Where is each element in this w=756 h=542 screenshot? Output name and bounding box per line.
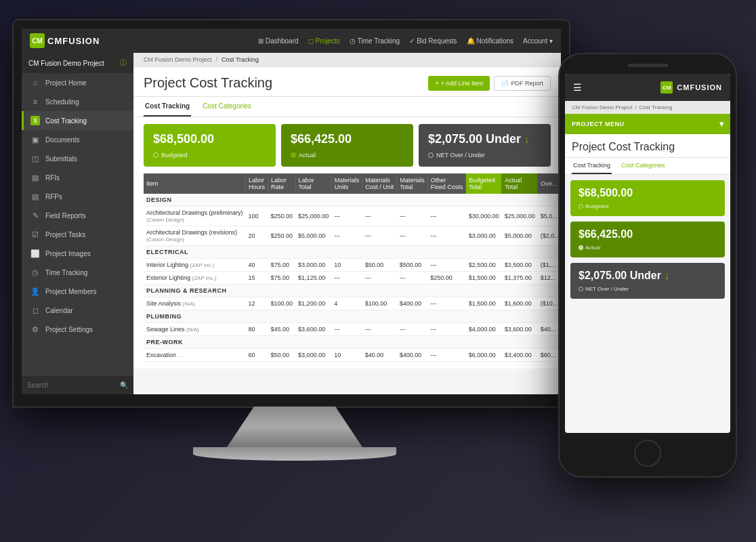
sidebar-item-time-tracking[interactable]: ◷ Time Tracking [22,263,133,282]
plus-icon: + [435,80,438,87]
pdf-icon: 📄 [501,80,509,87]
search-input[interactable] [27,381,120,389]
phone-breadcrumb-current: Cost Tracking [639,104,673,110]
budgeted-dot [153,152,159,158]
sidebar-item-rfis[interactable]: ▤ RFIs [22,168,133,187]
sidebar-item-scheduling[interactable]: ≡ Scheduling [22,92,133,111]
rfps-icon: ▤ [30,192,40,201]
actual-card: $66,425.00 Actual [281,124,413,167]
phone-tab-cost-categories[interactable]: Cost Categories [620,158,667,174]
search-icon: 🔍 [120,381,128,389]
phone-budgeted-amount: $68,500.00 [579,187,717,199]
phone-budgeted-dot [579,204,583,209]
phone-logo-text: CMFUSION [677,83,722,91]
nav-account[interactable]: Account ▾ [523,37,553,45]
sidebar-item-documents[interactable]: ▣ Documents [22,130,133,149]
table-row: Site Analysis (N/A) 12 $100.00 $1,200.00… [144,297,561,310]
info-icon[interactable]: ⓘ [120,58,127,68]
sidebar-item-rfps[interactable]: ▤ RFPs [22,187,133,206]
table-row: Architectural Drawings (revisions) (Cano… [144,226,561,246]
sidebar-search: 🔍 [22,376,133,394]
phone-speaker [627,64,668,67]
sidebar-item-project-settings[interactable]: ⚙ Project Settings [22,320,133,339]
sidebar-item-project-tasks[interactable]: ☑ Project Tasks [22,225,133,244]
col-labor-total: LaborTotal [295,173,331,194]
col-actual: ActualTotal [502,173,538,194]
tab-cost-tracking[interactable]: Cost Tracking [144,97,191,117]
breadcrumb-current: Cost Tracking [222,56,259,63]
pdf-report-button[interactable]: 📄 PDF Report [494,76,551,91]
projects-icon: ◻ [308,37,314,45]
table-wrapper: Item LaborHours LaborRate LaborTotal Mat… [133,173,561,369]
col-over: Ove... [538,173,561,194]
col-mat-units: MaterialsUnits [331,173,362,194]
phone-net-label: NET Over / Under [579,286,717,292]
sidebar-item-field-reports[interactable]: ✎ Field Reports [22,206,133,225]
logo-text: CMFUSION [47,36,100,46]
page-header: Project Cost Tracking + + Add Line Item … [133,67,561,97]
table-row: Architectural Drawings (preliminary) (Ca… [144,207,561,226]
nav-bid-requests[interactable]: ✓ Bid Requests [409,37,457,45]
phone-tab-cost-tracking[interactable]: Cost Tracking [572,158,612,174]
item-cell: Architectural Drawings (preliminary) (Ca… [144,207,246,226]
table-row: ELECTRICAL [144,246,561,259]
time-tracking-icon: ◷ [30,268,40,277]
nav-items: ⊞ Dashboard ◻ Projects ◷ Time Tracking ✓… [258,37,553,45]
add-line-item-button[interactable]: + + Add Line Item [428,76,490,91]
phone-screen: ☰ CM CMFUSION CM Fusion Demo Project / C… [565,74,730,433]
net-amount: $2,075.00 Under ↓ [428,132,541,146]
sidebar-item-calendar[interactable]: ◻ Calendar [22,301,133,320]
phone-project-menu[interactable]: PROJECT MENU ▾ [565,114,730,134]
budgeted-amount: $68,500.00 [153,132,266,146]
section-electrical: ELECTRICAL [144,246,561,259]
phone-tabs: Cost Tracking Cost Categories [565,158,730,175]
phone-budgeted-card: $68,500.00 Budgeted [570,180,725,216]
sidebar-item-cost-tracking[interactable]: $ Cost Tracking [22,111,133,130]
field-reports-icon: ✎ [30,211,40,220]
members-icon: 👤 [30,287,40,296]
rfis-icon: ▤ [30,173,40,182]
phone-home-button[interactable] [634,440,661,467]
scheduling-icon: ≡ [30,97,40,106]
sidebar-item-submittals[interactable]: ◫ Submittals [22,149,133,168]
table-row: Excavation ... 60 $50.00 $3,000.00 10 $4… [144,349,561,362]
logo-icon: CM [32,37,43,45]
menu-arrow-icon: ▾ [719,119,724,129]
item-cell: Architectural Drawings (revisions) (Cano… [144,226,246,246]
home-icon: ⌂ [30,78,40,87]
item-cell: Site Analysis (N/A) [144,297,246,310]
breadcrumb-separator: / [216,56,218,63]
sidebar-item-project-members[interactable]: 👤 Project Members [22,282,133,301]
item-cell: Excavation ... [144,349,246,362]
sidebar-item-project-home[interactable]: ⌂ Project Home [22,73,133,92]
phone-breadcrumb-sep: / [635,104,636,110]
logo-box: CM [30,33,45,48]
breadcrumb-project-link[interactable]: CM Fusion Demo Project [144,56,212,63]
phone-breadcrumb: CM Fusion Demo Project / Cost Tracking [565,101,730,114]
hamburger-icon[interactable]: ☰ [573,82,582,93]
sidebar-item-project-images[interactable]: ⬜ Project Images [22,244,133,263]
header-buttons: + + Add Line Item 📄 PDF Report [428,76,551,91]
phone-budgeted-label: Budgeted [579,203,717,209]
nav-notifications[interactable]: 🔔 Notifications [467,37,513,45]
breadcrumb: CM Fusion Demo Project / Cost Tracking [133,53,561,67]
tasks-icon: ☑ [30,230,40,239]
col-budgeted: BudgetedTotal [466,173,502,194]
nav-time-tracking[interactable]: ◷ Time Tracking [350,37,400,45]
net-label: NET Over / Under [428,152,541,159]
nav-projects[interactable]: ◻ Projects [308,37,340,45]
net-arrow: ↓ [524,134,529,145]
dashboard-icon: ⊞ [258,37,264,45]
net-dot [428,152,434,158]
phone-net-arrow: ↓ [664,270,669,281]
monitor-screen: CM CMFUSION ⊞ Dashboard ◻ Projects ◷ [14,20,569,406]
summary-cards: $68,500.00 Budgeted $66,425.00 Actual [133,117,561,173]
col-item: Item [144,173,246,194]
images-icon: ⬜ [30,249,40,258]
tab-cost-categories[interactable]: Cost Categories [201,97,253,117]
table-row: Sewage Lines (N/A) 80 $45.00 $3,600.00 -… [144,323,561,336]
nav-dashboard[interactable]: ⊞ Dashboard [258,37,299,45]
phone-page-title: Project Cost Tracking [565,134,730,158]
item-cell: Interior Lighting (ZAP Inc.) [144,259,246,272]
bid-icon: ✓ [409,37,415,45]
